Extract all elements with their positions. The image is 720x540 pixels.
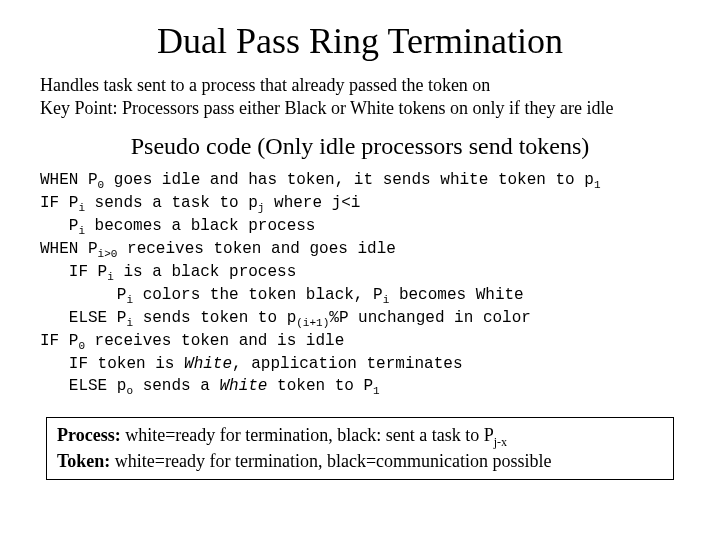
intro-line-1: Handles task sent to a process that alre… — [40, 74, 680, 97]
slide-title: Dual Pass Ring Termination — [40, 20, 680, 62]
intro-line-2: Key Point: Processors pass either Black … — [40, 97, 680, 120]
pc-l3: Pi becomes a black process — [40, 217, 315, 235]
pc-l6: Pi colors the token black, Pi becomes Wh… — [40, 286, 524, 304]
pc-l2: IF Pi sends a task to pj where j<i — [40, 194, 360, 212]
pc-l5: IF Pi is a black process — [40, 263, 296, 281]
legend-token: Token: white=ready for termination, blac… — [57, 450, 663, 473]
pc-l7: ELSE Pi sends token to p(i+1)%P unchange… — [40, 309, 531, 327]
legend-process-label: Process: — [57, 425, 121, 445]
legend-box: Process: white=ready for termination, bl… — [46, 417, 674, 481]
slide: Dual Pass Ring Termination Handles task … — [0, 0, 720, 540]
legend-token-label: Token: — [57, 451, 110, 471]
pc-l9: IF token is White, application terminate… — [40, 355, 462, 373]
pc-l10: ELSE po sends a White token to P1 — [40, 377, 380, 395]
intro-block: Handles task sent to a process that alre… — [40, 74, 680, 119]
subtitle: Pseudo code (Only idle processors send t… — [40, 133, 680, 160]
pc-l1: WHEN P0 goes idle and has token, it send… — [40, 171, 601, 189]
pc-l8: IF P0 receives token and is idle — [40, 332, 344, 350]
pc-l4: WHEN Pi>0 receives token and goes idle — [40, 240, 396, 258]
legend-process: Process: white=ready for termination, bl… — [57, 424, 663, 450]
pseudocode-block: WHEN P0 goes idle and has token, it send… — [40, 170, 680, 399]
